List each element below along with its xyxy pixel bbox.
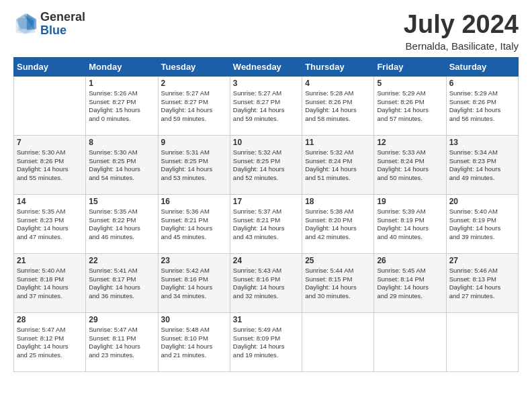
day-info: Sunrise: 5:45 AMSunset: 8:14 PMDaylight:… (377, 267, 443, 301)
day-number: 14 (17, 197, 83, 206)
day-info: Sunrise: 5:41 AMSunset: 8:17 PMDaylight:… (89, 267, 154, 301)
day-number: 6 (449, 79, 515, 88)
table-row: 29Sunrise: 5:47 AMSunset: 8:11 PMDayligh… (86, 312, 158, 371)
day-number: 21 (17, 256, 83, 265)
day-number: 30 (161, 315, 227, 324)
day-number: 1 (89, 79, 154, 88)
day-number: 7 (17, 138, 83, 147)
day-number: 26 (377, 256, 443, 265)
day-number: 4 (305, 79, 371, 88)
day-number: 8 (89, 138, 154, 147)
table-row: 30Sunrise: 5:48 AMSunset: 8:10 PMDayligh… (158, 312, 230, 371)
day-info: Sunrise: 5:32 AMSunset: 8:24 PMDaylight:… (305, 148, 371, 183)
day-info: Sunrise: 5:34 AMSunset: 8:23 PMDaylight:… (449, 148, 515, 183)
table-row: 2Sunrise: 5:27 AMSunset: 8:27 PMDaylight… (158, 76, 230, 135)
day-number: 12 (377, 138, 443, 147)
header-row: Sunday Monday Tuesday Wednesday Thursday… (14, 57, 519, 76)
day-number: 11 (305, 138, 371, 147)
day-info: Sunrise: 5:27 AMSunset: 8:27 PMDaylight:… (161, 89, 227, 124)
col-sunday: Sunday (14, 57, 86, 76)
day-info: Sunrise: 5:42 AMSunset: 8:16 PMDaylight:… (161, 267, 227, 301)
day-number: 29 (89, 315, 154, 324)
table-row (446, 312, 518, 371)
day-number: 5 (377, 79, 443, 88)
day-info: Sunrise: 5:46 AMSunset: 8:13 PMDaylight:… (449, 267, 515, 301)
table-row: 31Sunrise: 5:49 AMSunset: 8:09 PMDayligh… (230, 312, 302, 371)
table-row: 4Sunrise: 5:28 AMSunset: 8:26 PMDaylight… (302, 76, 374, 135)
day-number: 31 (233, 315, 299, 324)
day-info: Sunrise: 5:35 AMSunset: 8:22 PMDaylight:… (89, 208, 154, 242)
day-number: 17 (233, 197, 299, 206)
table-row (14, 76, 86, 135)
calendar-row-4: 21Sunrise: 5:40 AMSunset: 8:18 PMDayligh… (14, 253, 519, 312)
logo-text: General Blue (40, 11, 85, 38)
table-row: 27Sunrise: 5:46 AMSunset: 8:13 PMDayligh… (446, 253, 518, 312)
table-row: 3Sunrise: 5:27 AMSunset: 8:27 PMDaylight… (230, 76, 302, 135)
col-wednesday: Wednesday (230, 57, 302, 76)
day-number: 3 (233, 79, 299, 88)
day-info: Sunrise: 5:44 AMSunset: 8:15 PMDaylight:… (305, 267, 371, 301)
day-number: 19 (377, 197, 443, 206)
day-number: 18 (305, 197, 371, 206)
day-info: Sunrise: 5:36 AMSunset: 8:21 PMDaylight:… (161, 208, 227, 242)
table-row: 11Sunrise: 5:32 AMSunset: 8:24 PMDayligh… (302, 135, 374, 194)
day-info: Sunrise: 5:26 AMSunset: 8:27 PMDaylight:… (89, 89, 154, 124)
day-info: Sunrise: 5:29 AMSunset: 8:26 PMDaylight:… (377, 89, 443, 124)
col-friday: Friday (374, 57, 446, 76)
subtitle: Bernalda, Basilicate, Italy (404, 40, 519, 52)
day-info: Sunrise: 5:30 AMSunset: 8:25 PMDaylight:… (89, 148, 154, 183)
day-number: 20 (449, 197, 515, 206)
table-row: 18Sunrise: 5:38 AMSunset: 8:20 PMDayligh… (302, 194, 374, 253)
table-row: 8Sunrise: 5:30 AMSunset: 8:25 PMDaylight… (86, 135, 158, 194)
day-info: Sunrise: 5:27 AMSunset: 8:27 PMDaylight:… (233, 89, 299, 124)
day-info: Sunrise: 5:47 AMSunset: 8:11 PMDaylight:… (89, 326, 154, 360)
calendar-row-2: 7Sunrise: 5:30 AMSunset: 8:26 PMDaylight… (14, 135, 519, 194)
day-number: 23 (161, 256, 227, 265)
day-number: 9 (161, 138, 227, 147)
day-info: Sunrise: 5:49 AMSunset: 8:09 PMDaylight:… (233, 326, 299, 360)
day-number: 13 (449, 138, 515, 147)
col-thursday: Thursday (302, 57, 374, 76)
day-number: 28 (17, 315, 83, 324)
table-row: 26Sunrise: 5:45 AMSunset: 8:14 PMDayligh… (374, 253, 446, 312)
table-row: 20Sunrise: 5:40 AMSunset: 8:19 PMDayligh… (446, 194, 518, 253)
page: General Blue July 2024 Bernalda, Basilic… (0, 0, 532, 380)
day-info: Sunrise: 5:35 AMSunset: 8:23 PMDaylight:… (17, 208, 83, 242)
day-info: Sunrise: 5:33 AMSunset: 8:24 PMDaylight:… (377, 148, 443, 183)
table-row: 22Sunrise: 5:41 AMSunset: 8:17 PMDayligh… (86, 253, 158, 312)
table-row: 9Sunrise: 5:31 AMSunset: 8:25 PMDaylight… (158, 135, 230, 194)
day-info: Sunrise: 5:39 AMSunset: 8:19 PMDaylight:… (377, 208, 443, 242)
table-row: 17Sunrise: 5:37 AMSunset: 8:21 PMDayligh… (230, 194, 302, 253)
calendar-table: Sunday Monday Tuesday Wednesday Thursday… (13, 57, 519, 372)
table-row: 10Sunrise: 5:32 AMSunset: 8:25 PMDayligh… (230, 135, 302, 194)
table-row (374, 312, 446, 371)
col-saturday: Saturday (446, 57, 518, 76)
day-info: Sunrise: 5:48 AMSunset: 8:10 PMDaylight:… (161, 326, 227, 360)
title-block: July 2024 Bernalda, Basilicate, Italy (404, 11, 519, 52)
calendar-row-5: 28Sunrise: 5:47 AMSunset: 8:12 PMDayligh… (14, 312, 519, 371)
day-info: Sunrise: 5:40 AMSunset: 8:18 PMDaylight:… (17, 267, 83, 301)
logo-general-text: General (40, 11, 85, 24)
day-info: Sunrise: 5:30 AMSunset: 8:26 PMDaylight:… (17, 148, 83, 183)
main-title: July 2024 (404, 11, 519, 39)
day-info: Sunrise: 5:43 AMSunset: 8:16 PMDaylight:… (233, 267, 299, 301)
col-monday: Monday (86, 57, 158, 76)
logo-blue-text: Blue (40, 24, 85, 38)
day-info: Sunrise: 5:40 AMSunset: 8:19 PMDaylight:… (449, 208, 515, 242)
calendar-row-3: 14Sunrise: 5:35 AMSunset: 8:23 PMDayligh… (14, 194, 519, 253)
header: General Blue July 2024 Bernalda, Basilic… (13, 11, 519, 52)
table-row: 5Sunrise: 5:29 AMSunset: 8:26 PMDaylight… (374, 76, 446, 135)
day-number: 24 (233, 256, 299, 265)
day-info: Sunrise: 5:47 AMSunset: 8:12 PMDaylight:… (17, 326, 83, 360)
table-row: 24Sunrise: 5:43 AMSunset: 8:16 PMDayligh… (230, 253, 302, 312)
day-info: Sunrise: 5:37 AMSunset: 8:21 PMDaylight:… (233, 208, 299, 242)
table-row: 15Sunrise: 5:35 AMSunset: 8:22 PMDayligh… (86, 194, 158, 253)
day-info: Sunrise: 5:28 AMSunset: 8:26 PMDaylight:… (305, 89, 371, 124)
day-info: Sunrise: 5:31 AMSunset: 8:25 PMDaylight:… (161, 148, 227, 183)
table-row: 23Sunrise: 5:42 AMSunset: 8:16 PMDayligh… (158, 253, 230, 312)
day-number: 22 (89, 256, 154, 265)
col-tuesday: Tuesday (158, 57, 230, 76)
table-row: 19Sunrise: 5:39 AMSunset: 8:19 PMDayligh… (374, 194, 446, 253)
day-info: Sunrise: 5:38 AMSunset: 8:20 PMDaylight:… (305, 208, 371, 242)
table-row: 14Sunrise: 5:35 AMSunset: 8:23 PMDayligh… (14, 194, 86, 253)
